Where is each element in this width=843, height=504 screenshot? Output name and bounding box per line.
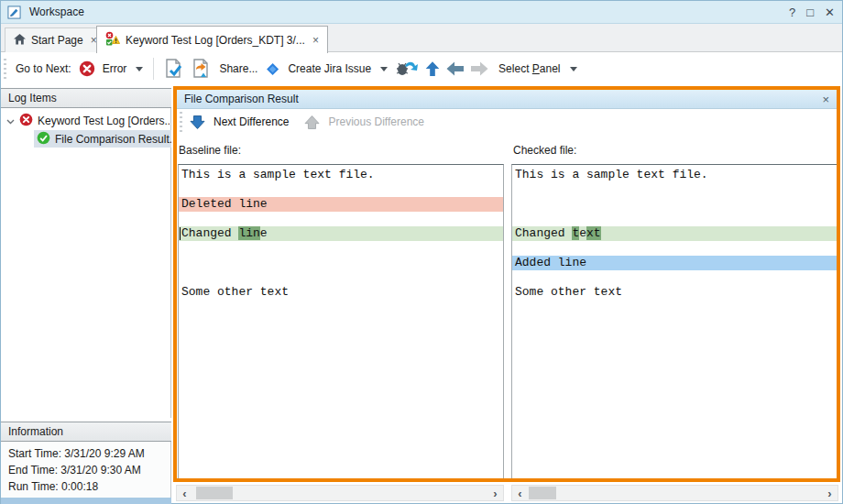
previous-difference-icon [304, 115, 320, 129]
post-defect-icon[interactable] [395, 59, 419, 79]
log-items-header: Log Items [1, 88, 171, 108]
help-button[interactable]: ? [789, 5, 795, 19]
text-caret [180, 227, 181, 240]
up-arrow-icon[interactable] [424, 60, 441, 77]
scroll-right-icon[interactable]: › [487, 486, 503, 500]
chevron-down-icon[interactable] [380, 67, 388, 71]
baseline-horizontal-scrollbar[interactable]: ‹ › [176, 485, 504, 501]
next-difference-button[interactable]: Next Difference [213, 115, 289, 128]
code-line [512, 270, 837, 285]
changed-text-fragment: xt [586, 226, 601, 240]
toolbar-separator [153, 58, 154, 80]
information-header: Information [1, 422, 171, 442]
share-button[interactable]: Share... [219, 62, 257, 75]
checked-file-pane[interactable]: This is a sample text file.Changed textA… [511, 164, 838, 479]
code-line: Changed line [179, 226, 503, 241]
maximize-button[interactable]: □ [806, 5, 814, 19]
file-comparison-panel-header: File Comparison Result × [177, 90, 837, 109]
end-time-text: End Time: 3/31/20 9:30 AM [8, 464, 141, 477]
code-line [512, 212, 837, 226]
text-fragment: e [579, 226, 586, 240]
start-time-text: Start Time: 3/31/20 9:29 AM [8, 447, 145, 460]
select-panel-button[interactable]: Select Panel [498, 62, 560, 75]
success-icon [37, 131, 50, 148]
scrollbar-thumb[interactable] [196, 487, 233, 499]
tab-close-icon[interactable]: × [312, 34, 319, 47]
sidebar-bottom-strip [1, 498, 171, 504]
checked-file-label: Checked file: [513, 144, 576, 157]
code-line: This is a sample text file. [512, 168, 837, 182]
tree-item-label: File Comparison Result... [55, 133, 171, 146]
chevron-down-icon[interactable] [136, 67, 143, 71]
code-line [179, 241, 503, 256]
window-title: Workspace [29, 5, 84, 18]
code-line [179, 212, 503, 226]
text-fragment: Some other text [515, 285, 622, 299]
main-toolbar: Go to Next: Error Share... Create Jira I… [1, 52, 842, 85]
text-fragment: Deleted line [181, 197, 268, 211]
scroll-right-icon[interactable]: › [822, 486, 838, 500]
jira-icon [265, 61, 280, 77]
chevron-expanded-icon[interactable] [6, 115, 15, 127]
error-icon [19, 113, 33, 129]
log-items-tree: Keyword Test Log [Orders... File Compari… [1, 108, 171, 418]
tree-item-file-comparison-result[interactable]: File Comparison Result... [34, 130, 171, 148]
toolbar-grip[interactable] [4, 59, 6, 79]
information-title: Information [8, 425, 63, 438]
workspace-icon [7, 5, 21, 19]
test-log-icon [105, 31, 120, 49]
text-fragment: This is a sample text file. [181, 168, 375, 181]
tab-label: Start Page [31, 34, 83, 47]
code-line: Deleted line [179, 197, 503, 212]
text-fragment: Some other text [181, 285, 289, 299]
error-icon [79, 60, 95, 77]
code-line: Some other text [512, 285, 837, 300]
code-line [179, 270, 503, 285]
details-icon[interactable] [162, 58, 184, 80]
share-icon[interactable] [190, 58, 212, 80]
file-comparison-toolbar: Next Difference Previous Difference [177, 109, 837, 135]
toolbar-grip[interactable] [180, 112, 182, 132]
code-line [512, 197, 837, 212]
back-icon[interactable] [446, 61, 465, 76]
code-line: Changed text [512, 226, 837, 241]
code-line [512, 182, 837, 197]
baseline-file-label: Baseline file: [179, 144, 241, 157]
panel-title: File Comparison Result [184, 93, 299, 105]
scrollbar-thumb[interactable] [529, 487, 556, 499]
text-fragment: e [260, 226, 268, 240]
code-line: Some other text [179, 285, 503, 300]
go-to-next-label: Go to Next: [16, 62, 71, 75]
code-line [179, 256, 503, 270]
panel-close-icon[interactable]: × [822, 93, 829, 106]
text-fragment: This is a sample text file. [515, 168, 708, 181]
code-line [512, 241, 837, 256]
run-time-text: Run Time: 0:00:18 [8, 480, 98, 493]
code-line: This is a sample text file. [179, 168, 503, 182]
tree-item-keyword-test-log[interactable]: Keyword Test Log [Orders... [6, 113, 170, 129]
tab-start-page[interactable]: Start Page × [5, 27, 106, 52]
application-window: Workspace ? □ ✕ Start Page × [0, 0, 843, 504]
code-line: Added line [512, 256, 837, 270]
code-line [179, 182, 503, 197]
chevron-down-icon[interactable] [570, 67, 577, 71]
scroll-left-icon[interactable]: ‹ [512, 486, 528, 500]
text-fragment: Added line [515, 256, 586, 269]
close-button[interactable]: ✕ [825, 5, 835, 19]
baseline-file-pane[interactable]: This is a sample text file.Deleted lineC… [178, 164, 504, 479]
tab-label: Keyword Test Log [Orders_KDT] 3/... [126, 34, 305, 47]
title-bar: Workspace ? □ ✕ [1, 1, 842, 24]
tab-strip: Start Page × Keyword Test Log [Orders_KD… [1, 24, 842, 52]
forward-icon [470, 61, 488, 76]
checked-horizontal-scrollbar[interactable]: ‹ › [511, 485, 838, 501]
window-controls: ? □ ✕ [789, 1, 835, 24]
log-items-title: Log Items [8, 92, 57, 104]
scroll-left-icon[interactable]: ‹ [177, 486, 192, 500]
changed-text-fragment: lin [238, 226, 259, 240]
information-body: Start Time: 3/31/20 9:29 AM End Time: 3/… [1, 442, 171, 498]
create-jira-issue-button[interactable]: Create Jira Issue [288, 62, 371, 75]
error-filter-button[interactable]: Error [103, 62, 127, 75]
tab-keyword-test-log[interactable]: Keyword Test Log [Orders_KDT] 3/... × [96, 26, 328, 53]
next-difference-icon [190, 115, 205, 129]
previous-difference-button: Previous Difference [328, 115, 424, 128]
